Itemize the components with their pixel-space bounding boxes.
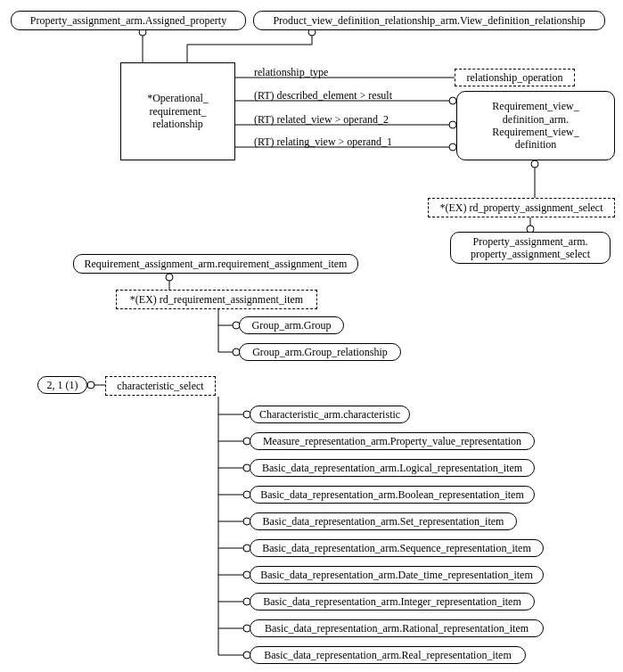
- attr-related-view: (RT) related_view > operand_2: [254, 113, 389, 127]
- page-reference: 2, 1 (1): [37, 376, 87, 394]
- type-characteristic-select: characteristic_select: [105, 376, 216, 396]
- entity-group: Group_arm.Group: [239, 316, 344, 334]
- entity-operational-req-rel: *Operational_ requirement_ relationship: [120, 62, 235, 160]
- svg-point-25: [87, 381, 94, 389]
- svg-point-10: [449, 97, 456, 104]
- entity-req-assignment-item: Requirement_assignment_arm.requirement_a…: [73, 254, 358, 274]
- type-relationship-operation: relationship_operation: [455, 69, 575, 86]
- type-ex-req-assignment-item: *(EX) rd_requirement_assignment_item: [116, 290, 317, 309]
- cs-item: Characteristic_arm.characteristic: [250, 406, 410, 423]
- entity-group-relationship: Group_arm.Group_relationship: [239, 343, 401, 361]
- cs-item: Basic_data_representation_arm.Rational_r…: [250, 619, 544, 637]
- svg-point-11: [449, 121, 456, 128]
- attr-relationship-type: relationship_type: [254, 66, 328, 79]
- attr-relating-view: (RT) relating_view > operand_1: [254, 135, 392, 149]
- cs-item: Basic_data_representation_arm.Boolean_re…: [250, 486, 535, 504]
- cs-item: Basic_data_representation_arm.Set_repres…: [250, 512, 517, 530]
- entity-req-view-def: Requirement_view_ definition_arm. Requir…: [456, 91, 615, 160]
- super-view-def-rel: Product_view_definition_relationship_arm…: [253, 11, 605, 30]
- svg-point-18: [166, 274, 173, 281]
- cs-item: Basic_data_representation_arm.Date_time_…: [250, 566, 544, 584]
- cs-item: Basic_data_representation_arm.Sequence_r…: [250, 539, 544, 557]
- cs-item: Basic_data_representation_arm.Logical_re…: [250, 459, 535, 477]
- svg-point-14: [531, 160, 538, 168]
- cs-item: Basic_data_representation_arm.Real_repre…: [250, 646, 526, 664]
- cs-item: Measure_representation_arm.Property_valu…: [250, 432, 535, 450]
- cs-item: Basic_data_representation_arm.Integer_re…: [250, 593, 535, 611]
- attr-described-element: (RT) described_element > result: [254, 89, 392, 102]
- super-property-assignment: Property_assignment_arm.Assigned_propert…: [11, 11, 246, 30]
- type-ex-property-select: *(EX) rd_property_assignment_select: [428, 198, 615, 217]
- entity-property-assign-select: Property_assignment_arm. property_assign…: [450, 232, 611, 264]
- svg-point-12: [449, 143, 456, 151]
